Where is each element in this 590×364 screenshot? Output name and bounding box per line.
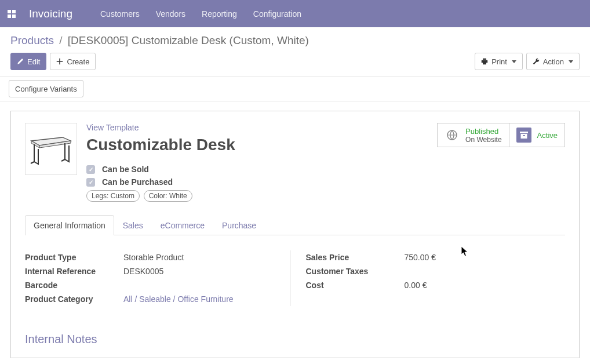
globe-icon (445, 128, 460, 143)
active-label: Active (537, 131, 558, 140)
top-navbar: Invoicing Customers Vendors Reporting Co… (0, 0, 590, 27)
checkbox-purchased[interactable]: ✓ (86, 178, 95, 187)
print-button[interactable]: Print (475, 53, 523, 70)
breadcrumb-sep: / (59, 34, 62, 46)
breadcrumb-current: [DESK0005] Customizable Desk (Custom, Wh… (68, 34, 309, 46)
nav-vendors[interactable]: Vendors (156, 9, 185, 19)
configure-variants-label: Configure Variants (15, 85, 77, 93)
published-label: Published (465, 127, 501, 136)
internal-ref-value: DESK0005 (123, 264, 285, 278)
chevron-down-icon (512, 60, 516, 63)
tab-ecommerce[interactable]: eCommerce (152, 215, 213, 235)
breadcrumb-products[interactable]: Products (10, 34, 54, 46)
configure-bar: Configure Variants (0, 77, 590, 101)
svg-rect-2 (520, 134, 527, 139)
category-value-link[interactable]: All / Saleable / Office Furniture (123, 294, 234, 304)
edit-label: Edit (27, 57, 40, 66)
customer-taxes-label: Customer Taxes (306, 264, 405, 278)
breadcrumb: Products / [DESK0005] Customizable Desk … (10, 34, 580, 47)
form-sheet: View Template Customizable Desk ✓ Can be… (10, 111, 580, 358)
tab-sales[interactable]: Sales (114, 215, 152, 235)
status-published-button[interactable]: Published On Website (437, 123, 509, 147)
apps-icon[interactable] (6, 8, 17, 20)
tab-general-information[interactable]: General Information (25, 215, 114, 235)
create-label: Create (67, 57, 89, 66)
barcode-value (123, 278, 285, 292)
can-be-sold-label: Can be Sold (102, 165, 149, 174)
internal-ref-label: Internal Reference (25, 264, 123, 278)
variant-tag-legs: Legs: Custom (86, 190, 140, 202)
checkbox-sold[interactable]: ✓ (86, 165, 95, 174)
on-website-label: On Website (465, 136, 501, 144)
configure-variants-button[interactable]: Configure Variants (9, 80, 83, 97)
tab-purchase[interactable]: Purchase (213, 215, 265, 235)
sales-price-value: 750.00 € (405, 250, 566, 264)
product-type-label: Product Type (25, 250, 123, 264)
customer-taxes-value (405, 264, 566, 278)
desk-thumbnail-icon (28, 132, 74, 166)
internal-notes-heading: Internal Notes (25, 333, 565, 346)
edit-button[interactable]: Edit (10, 53, 46, 70)
chevron-down-icon (569, 60, 573, 63)
nav-customers[interactable]: Customers (100, 9, 140, 19)
variant-tag-color: Color: White (144, 190, 192, 202)
product-type-value: Storable Product (123, 250, 285, 264)
wrench-icon (533, 58, 540, 65)
barcode-label: Barcode (25, 278, 123, 292)
action-button[interactable]: Action (526, 53, 580, 70)
pencil-icon (17, 58, 24, 65)
can-be-purchased-label: Can be Purchased (102, 177, 173, 187)
product-tabs: General Information Sales eCommerce Purc… (25, 214, 565, 235)
create-button[interactable]: Create (50, 53, 96, 70)
nav-reporting[interactable]: Reporting (202, 9, 237, 19)
category-label: Product Category (25, 292, 123, 306)
svg-rect-1 (520, 132, 528, 133)
svg-rect-3 (523, 135, 525, 136)
nav-configuration[interactable]: Configuration (253, 9, 301, 19)
control-bar: Products / [DESK0005] Customizable Desk … (0, 27, 590, 77)
cost-value: 0.00 € (405, 278, 566, 292)
plus-icon (56, 58, 63, 65)
product-image[interactable] (25, 123, 77, 175)
action-label: Action (543, 57, 564, 66)
archive-icon (516, 128, 531, 143)
print-icon (481, 58, 488, 65)
form-viewport[interactable]: View Template Customizable Desk ✓ Can be… (0, 101, 590, 364)
status-active-button[interactable]: Active (509, 123, 565, 147)
app-brand[interactable]: Invoicing (29, 8, 72, 20)
sales-price-label: Sales Price (306, 250, 405, 264)
cost-label: Cost (306, 278, 405, 292)
print-label: Print (491, 57, 507, 66)
